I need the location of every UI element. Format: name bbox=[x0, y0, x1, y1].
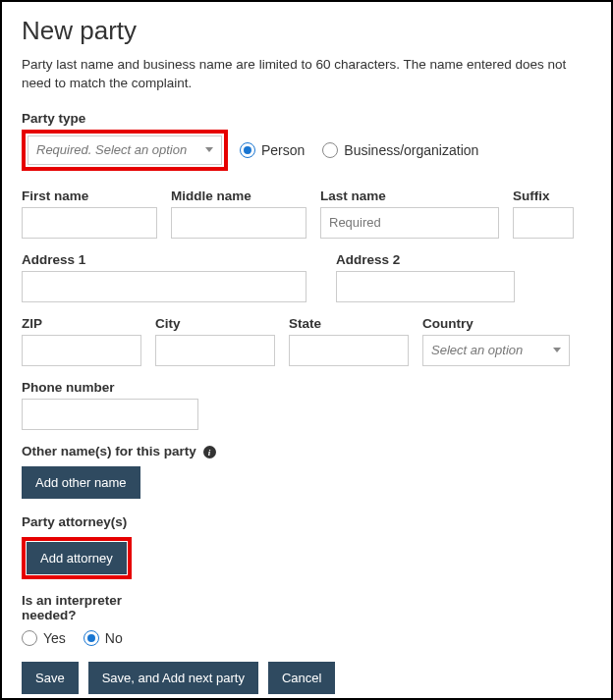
state-input[interactable] bbox=[289, 335, 409, 366]
address2-input[interactable] bbox=[336, 271, 515, 302]
add-other-name-button[interactable]: Add other name bbox=[22, 466, 140, 499]
radio-yes-input[interactable] bbox=[22, 630, 37, 646]
address1-label: Address 1 bbox=[22, 252, 306, 267]
party-type-highlight: Required. Select an option bbox=[22, 130, 228, 171]
page-description: Party last name and business name are li… bbox=[22, 56, 591, 93]
suffix-input[interactable] bbox=[513, 207, 574, 239]
country-select[interactable]: Select an option bbox=[422, 335, 570, 366]
radio-person[interactable]: Person bbox=[240, 142, 305, 158]
first-name-label: First name bbox=[22, 188, 157, 203]
radio-business-input[interactable] bbox=[322, 142, 338, 158]
radio-person-input[interactable] bbox=[240, 142, 255, 158]
state-label: State bbox=[289, 316, 409, 331]
city-input[interactable] bbox=[155, 335, 275, 366]
zip-label: ZIP bbox=[22, 316, 141, 331]
radio-interpreter-yes[interactable]: Yes bbox=[22, 630, 66, 646]
city-label: City bbox=[155, 316, 275, 331]
middle-name-label: Middle name bbox=[171, 188, 306, 203]
cancel-button[interactable]: Cancel bbox=[268, 662, 335, 694]
first-name-input[interactable] bbox=[22, 207, 157, 239]
country-label: Country bbox=[422, 316, 570, 331]
chevron-down-icon bbox=[553, 348, 561, 352]
country-placeholder: Select an option bbox=[431, 343, 523, 357]
save-button[interactable]: Save bbox=[22, 662, 79, 694]
add-attorney-highlight: Add attorney bbox=[22, 537, 132, 579]
party-attorneys-label: Party attorney(s) bbox=[22, 514, 591, 529]
phone-label: Phone number bbox=[22, 380, 198, 395]
page-title: New party bbox=[22, 16, 591, 46]
add-attorney-button[interactable]: Add attorney bbox=[27, 542, 127, 574]
party-type-label: Party type bbox=[22, 111, 591, 126]
suffix-label: Suffix bbox=[513, 188, 574, 203]
address1-input[interactable] bbox=[22, 271, 306, 302]
save-and-add-next-button[interactable]: Save, and Add next party bbox=[88, 662, 258, 694]
radio-person-label: Person bbox=[261, 142, 305, 158]
radio-no-label: No bbox=[105, 630, 123, 646]
radio-yes-label: Yes bbox=[43, 630, 66, 646]
radio-business-label: Business/organization bbox=[344, 142, 478, 158]
chevron-down-icon bbox=[205, 147, 213, 152]
radio-interpreter-no[interactable]: No bbox=[84, 630, 123, 646]
radio-business[interactable]: Business/organization bbox=[322, 142, 478, 158]
address2-label: Address 2 bbox=[336, 252, 515, 267]
party-type-placeholder: Required. Select an option bbox=[36, 142, 187, 157]
zip-input[interactable] bbox=[22, 335, 141, 366]
last-name-input[interactable] bbox=[320, 207, 499, 239]
other-names-label: Other name(s) for this party i bbox=[22, 444, 591, 459]
interpreter-label: Is an interpreter needed? bbox=[22, 593, 149, 622]
party-type-radio-group: Person Business/organization bbox=[240, 142, 478, 158]
interpreter-radio-group: Yes No bbox=[22, 630, 591, 646]
last-name-label: Last name bbox=[320, 188, 499, 203]
party-type-select[interactable]: Required. Select an option bbox=[28, 135, 222, 165]
info-icon[interactable]: i bbox=[203, 446, 216, 458]
middle-name-input[interactable] bbox=[171, 207, 306, 239]
phone-input[interactable] bbox=[22, 399, 198, 430]
radio-no-input[interactable] bbox=[84, 630, 99, 646]
